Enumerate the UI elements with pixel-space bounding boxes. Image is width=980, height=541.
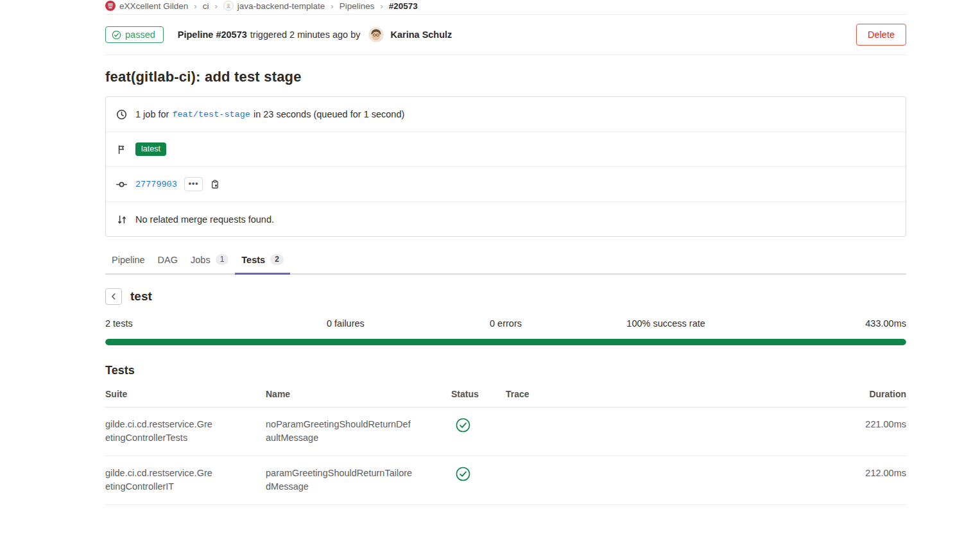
merge-request-icon [116,214,127,225]
column-header-name: Name [266,389,451,399]
clipboard-icon [210,179,219,189]
breadcrumb-separator: › [331,1,333,11]
user-avatar[interactable] [368,27,384,42]
breadcrumb-separator: › [380,1,383,11]
tests-table: Suite Name Status Trace Duration gilde.c… [105,379,906,505]
breadcrumb-label: Pipelines [340,1,375,11]
pipeline-tabs: Pipeline DAG Jobs 1 Tests 2 [105,247,906,275]
tab-count-badge: 1 [216,254,229,265]
delete-button[interactable]: Delete [856,24,906,46]
commit-title: feat(gitlab-ci): add test stage [105,69,906,85]
flag-icon [116,144,127,155]
test-summary: 2 tests 0 failures 0 errors 100% success… [105,318,906,329]
tab-dag[interactable]: DAG [151,247,184,275]
status-badge-label: passed [125,30,155,40]
tab-label: Jobs [191,255,211,265]
pipeline-header: passed Pipeline #20573 triggered 2 minut… [105,15,906,55]
triggered-text: triggered 2 minutes ago by [250,30,361,40]
column-header-suite: Suite [105,389,266,399]
breadcrumb-group[interactable]: eXXcellent Gilden [105,1,188,11]
tests-heading: Tests [105,364,906,377]
test-duration-cell: 221.00ms [829,418,906,431]
column-header-status: Status [451,389,506,399]
job-count-text: 1 job for [135,109,169,119]
column-header-duration: Duration [829,389,906,399]
tab-label: DAG [158,255,178,265]
pipeline-label: Pipeline #20573 [178,30,247,40]
tab-label: Tests [241,255,265,265]
user-name[interactable]: Karina Schulz [390,30,452,40]
test-duration-cell: 212.00ms [829,467,906,480]
breadcrumb-label: #20573 [389,1,418,11]
success-progress-bar [105,339,906,345]
breadcrumb-pipelines[interactable]: Pipelines [340,1,375,11]
group-avatar-icon [105,1,116,11]
commit-description-toggle[interactable]: ••• [184,177,203,191]
summary-errors: 0 errors [426,318,586,329]
test-status-cell [456,418,506,433]
breadcrumb-label: java-backend-template [237,1,325,11]
breadcrumb-label: ci [203,1,209,11]
merge-requests-row: No related merge requests found. [106,202,906,236]
commit-icon [116,179,127,190]
summary-success-rate: 100% success rate [586,318,746,329]
breadcrumb-project[interactable]: java-backend-template [223,1,325,11]
breadcrumb-subgroup[interactable]: ci [203,1,209,11]
page-container: eXXcellent Gilden › ci › java-backend-te… [105,0,906,505]
test-suite-title: test [130,289,152,304]
breadcrumb: eXXcellent Gilden › ci › java-backend-te… [105,0,906,15]
tab-tests[interactable]: Tests 2 [235,247,290,275]
tab-label: Pipeline [112,255,145,265]
table-row: gilde.ci.cd.restservice.GreetingControll… [105,456,906,505]
column-header-trace: Trace [506,389,829,399]
pipeline-info-card: 1 job for feat/test-stage in 23 seconds … [105,96,906,237]
tab-pipeline[interactable]: Pipeline [105,247,151,275]
table-row: gilde.ci.cd.restservice.GreetingControll… [105,408,906,456]
test-suite-cell: gilde.ci.cd.restservice.GreetingControll… [105,467,266,494]
copy-commit-sha-button[interactable] [210,179,219,189]
commit-sha-link[interactable]: 27779903 [135,180,177,189]
test-name-cell: noParamGreetingShouldReturnDefaultMessag… [266,418,451,445]
latest-badge[interactable]: latest [135,142,166,156]
breadcrumb-separator: › [214,1,217,11]
summary-tests: 2 tests [105,318,266,329]
test-status-cell [456,467,506,481]
test-name-cell: paramGreetingShouldReturnTailoredMessage [266,467,451,494]
job-summary-row: 1 job for feat/test-stage in 23 seconds … [106,97,906,132]
success-progress-fill [105,339,906,345]
summary-duration: 433.00ms [746,318,906,329]
commit-row: 27779903 ••• [106,166,906,202]
check-circle-icon [112,30,121,40]
test-suite-cell: gilde.ci.cd.restservice.GreetingControll… [105,418,266,445]
breadcrumb-separator: › [194,1,196,11]
tests-table-header: Suite Name Status Trace Duration [105,379,906,408]
chevron-left-icon [109,292,118,301]
back-button[interactable] [105,288,122,305]
status-passed-icon [456,467,470,481]
summary-failures: 0 failures [266,318,426,329]
breadcrumb-label: eXXcellent Gilden [119,1,188,11]
tab-jobs[interactable]: Jobs 1 [184,247,235,275]
clock-icon [116,109,127,120]
tab-count-badge: 2 [270,254,284,265]
latest-badge-row: latest [106,132,906,166]
project-avatar-icon [223,1,234,11]
breadcrumb-pipeline-id: #20573 [389,1,418,11]
status-passed-icon [456,418,470,433]
ref-link[interactable]: feat/test-stage [172,110,250,119]
test-suite-header: test [105,288,906,305]
no-merge-requests-text: No related merge requests found. [135,214,274,225]
job-duration-text: in 23 seconds (queued for 1 second) [254,109,404,119]
pipeline-status-badge[interactable]: passed [105,26,164,43]
